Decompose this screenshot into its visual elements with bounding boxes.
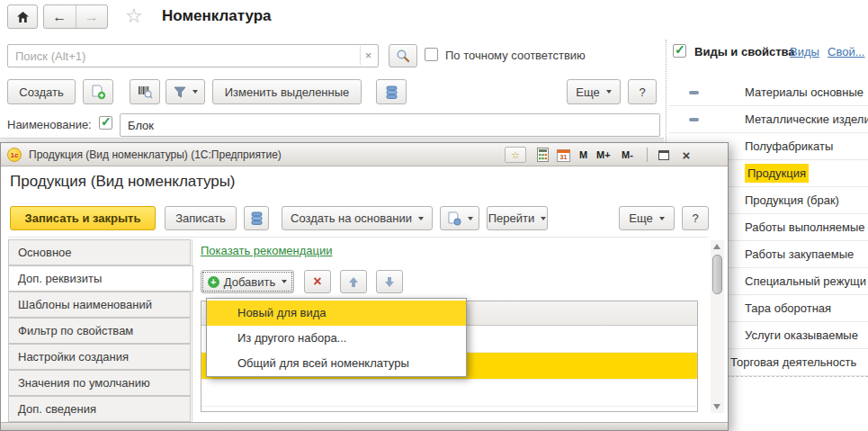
add-dropdown-menu: Новый для вида Из другого набора... Общи… xyxy=(206,298,467,377)
home-icon xyxy=(16,11,30,23)
calendar-button[interactable]: 31 xyxy=(555,147,571,163)
edit-selected-label: Изменить выделенные xyxy=(225,85,350,99)
modal-titlebar[interactable]: 1с Продукция (Вид номенклатуры) (1С:Пред… xyxy=(1,143,728,166)
properties-link[interactable]: Свой... xyxy=(828,45,864,58)
close-button[interactable]: × xyxy=(677,147,695,163)
list-item[interactable]: Материалы основные xyxy=(669,79,868,106)
app-window: ← → ☆ Номенклатура × По точному соответс… xyxy=(0,0,868,431)
delete-button[interactable]: × xyxy=(304,270,331,293)
barcode-search-button[interactable] xyxy=(130,79,160,104)
menu-item-label: Новый для вида xyxy=(237,306,327,319)
scroll-up-icon[interactable] xyxy=(713,244,720,249)
plus-icon: + xyxy=(208,276,219,288)
modal-window-title: Продукция (Вид номенклатуры) (1С:Предпри… xyxy=(29,148,282,161)
memory-m-minus-button[interactable]: M- xyxy=(622,147,633,163)
back-arrow-icon: ← xyxy=(52,9,67,25)
create-group-button[interactable] xyxy=(83,79,113,104)
more-caret-icon xyxy=(659,217,665,220)
home-button[interactable] xyxy=(7,4,38,29)
search-clear-icon[interactable]: × xyxy=(360,46,376,65)
tab-filtr[interactable]: Фильтр по свойствам xyxy=(8,318,191,344)
database-list-button[interactable] xyxy=(376,79,407,104)
delete-cross-icon: × xyxy=(313,274,321,290)
types-link[interactable]: Виды xyxy=(790,45,819,58)
calculator-button[interactable] xyxy=(534,147,550,163)
barcode-icon xyxy=(138,85,153,99)
modal-scrollbar[interactable] xyxy=(711,240,724,413)
name-filter-input[interactable] xyxy=(120,113,660,137)
memory-m-plus-button[interactable]: M+ xyxy=(596,147,611,163)
copy-document-button[interactable] xyxy=(440,206,479,230)
move-down-button[interactable] xyxy=(376,270,403,293)
calculator-icon xyxy=(537,148,549,162)
more-button-modal[interactable]: Еще xyxy=(619,206,675,230)
search-button[interactable] xyxy=(389,44,417,67)
menu-item-from-other-set[interactable]: Из другого набора... xyxy=(207,326,466,351)
history-nav-group: ← → xyxy=(43,4,108,29)
menu-item-new-for-type[interactable]: Новый для вида xyxy=(207,301,466,326)
back-button[interactable]: ← xyxy=(44,5,76,28)
tab-label: Основное xyxy=(18,246,72,259)
memory-m-button[interactable]: M xyxy=(579,147,587,163)
document-copy-icon xyxy=(447,211,461,226)
list-item[interactable]: Металлические издели xyxy=(669,106,868,133)
create-button[interactable]: Создать xyxy=(7,79,76,104)
calendar-day-text: 31 xyxy=(559,154,567,160)
help-button-modal[interactable]: ? xyxy=(682,206,709,230)
help-button-main[interactable]: ? xyxy=(628,79,657,104)
table-row[interactable] xyxy=(201,380,697,407)
tab-label: Шаблоны наименований xyxy=(18,298,152,311)
list-item-label: Полуфабрикаты xyxy=(745,139,833,153)
maximize-button[interactable] xyxy=(655,147,673,163)
save-and-close-button[interactable]: Записать и закрыть xyxy=(10,206,156,230)
filter-button[interactable] xyxy=(166,79,205,104)
go-to-button[interactable]: Перейти xyxy=(487,206,548,230)
types-properties-checkbox[interactable] xyxy=(673,44,686,58)
maximize-icon xyxy=(658,150,669,160)
scroll-down-icon[interactable] xyxy=(713,404,720,409)
database-stack-icon xyxy=(386,85,398,99)
tab-znacheniya[interactable]: Значения по умолчанию xyxy=(8,370,191,396)
name-filter-checkbox[interactable] xyxy=(99,116,112,130)
show-recommendations-link[interactable]: Показать рекомендации xyxy=(201,244,333,257)
go-to-caret-icon xyxy=(541,217,546,220)
tab-dop-rekvizity[interactable]: Доп. реквизиты xyxy=(8,265,193,292)
list-item-label: Торговая деятельность xyxy=(730,355,856,369)
move-up-button[interactable] xyxy=(340,270,367,293)
exact-match-checkbox[interactable] xyxy=(425,48,438,61)
modal-bottom-frame xyxy=(1,422,728,430)
list-item-label: Тара оборотная xyxy=(745,301,831,315)
star-icon: ☆ xyxy=(511,149,520,161)
favorite-star-icon[interactable]: ☆ xyxy=(125,4,143,28)
more-label: Еще xyxy=(629,211,652,225)
scrollbar-thumb[interactable] xyxy=(712,255,722,294)
database-record-button[interactable] xyxy=(244,206,269,230)
go-to-label: Перейти xyxy=(488,211,535,225)
tab-label: Значения по умолчанию xyxy=(18,376,150,390)
copy-caret-icon xyxy=(468,217,473,220)
tab-shablony[interactable]: Шаблоны наименований xyxy=(8,292,191,318)
save-button[interactable]: Записать xyxy=(165,206,237,230)
edit-selected-button[interactable]: Изменить выделенные xyxy=(212,79,362,104)
forward-button[interactable]: → xyxy=(76,5,108,28)
menu-item-common-for-all[interactable]: Общий для всей номенклатуры xyxy=(207,351,466,376)
add-label: Добавить xyxy=(224,275,275,289)
create-button-label: Создать xyxy=(19,85,63,99)
add-button[interactable]: + Добавить xyxy=(201,270,294,293)
forward-arrow-icon: → xyxy=(85,9,99,25)
tab-osnovnoe[interactable]: Основное xyxy=(8,239,191,265)
list-item-label: Работы выполняемые xyxy=(745,220,865,234)
tab-nastroyki[interactable]: Настройки создания xyxy=(8,344,191,370)
tab-label: Доп. реквизиты xyxy=(18,272,102,285)
titlebar-favorite-button[interactable]: ☆ xyxy=(505,147,526,163)
arrow-down-icon xyxy=(385,277,395,287)
more-button-main[interactable]: Еще xyxy=(567,79,621,104)
list-item-label: Специальный режущи xyxy=(745,274,866,288)
search-input[interactable] xyxy=(7,44,379,67)
new-document-plus-icon xyxy=(91,85,106,100)
menu-item-label: Из другого набора... xyxy=(237,331,346,345)
tab-dop-svedeniya[interactable]: Доп. сведения xyxy=(8,396,191,422)
tab-label: Настройки создания xyxy=(18,350,129,364)
create-based-on-button[interactable]: Создать на основании xyxy=(282,206,433,230)
name-filter-label: Наименование: xyxy=(7,118,92,131)
